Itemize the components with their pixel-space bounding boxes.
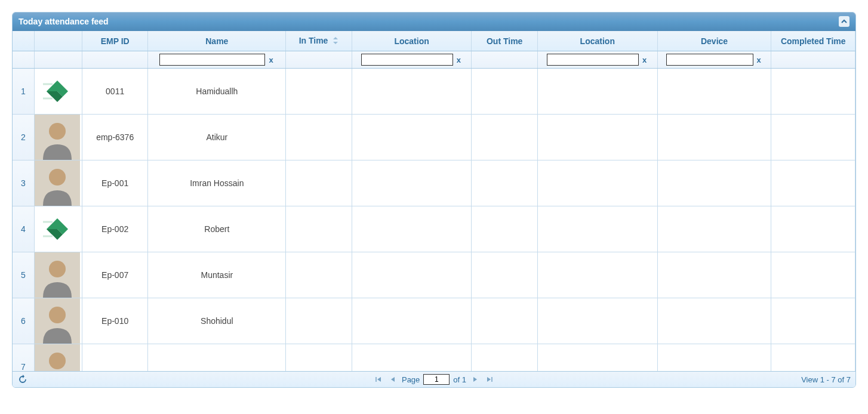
col-emp-id[interactable]: EMP ID xyxy=(82,31,147,51)
sort-icon xyxy=(333,36,338,46)
refresh-icon xyxy=(18,375,27,384)
avatar-cell xyxy=(34,252,82,298)
refresh-button[interactable] xyxy=(17,374,28,385)
col-out-time[interactable]: Out Time xyxy=(472,31,537,51)
completed-time-cell xyxy=(771,115,855,160)
name-cell: Atikur xyxy=(148,115,286,160)
location2-cell xyxy=(537,252,657,298)
table-row[interactable]: 6Ep-010Shohidul xyxy=(13,298,855,344)
grid-scroll-area[interactable]: EMP ID Name In Time Location Out Time Lo… xyxy=(13,31,855,371)
device-cell xyxy=(657,206,771,252)
pager-of-label: of 1 xyxy=(453,375,466,384)
table-row[interactable]: 5Ep-007Muntasir xyxy=(13,252,855,298)
out-time-cell xyxy=(472,206,537,252)
filter-location1-clear[interactable]: x xyxy=(455,55,462,64)
first-page-icon xyxy=(375,376,382,383)
location1-cell xyxy=(352,298,472,344)
avatar-cell xyxy=(34,298,82,344)
filter-name-clear[interactable]: x xyxy=(267,55,274,64)
pager-page-input[interactable] xyxy=(423,374,450,385)
in-time-cell xyxy=(286,298,352,344)
table-row[interactable]: 10011Hamiduallh xyxy=(13,69,855,115)
col-location-out[interactable]: Location xyxy=(537,31,657,51)
filter-row: x x xyxy=(13,51,855,69)
row-number: 1 xyxy=(13,69,34,115)
col-rownum[interactable] xyxy=(13,31,34,51)
filter-location2-input[interactable] xyxy=(547,54,638,66)
col-name[interactable]: Name xyxy=(148,31,286,51)
pager-last-button[interactable] xyxy=(484,374,495,385)
device-cell xyxy=(657,344,771,371)
pager-next-button[interactable] xyxy=(470,374,481,385)
table-row[interactable]: 2emp-6376Atikur xyxy=(13,115,855,160)
avatar-icon xyxy=(35,115,80,160)
filter-device-input[interactable] xyxy=(666,54,753,66)
in-time-cell xyxy=(286,252,352,298)
avatar-cell xyxy=(34,206,82,252)
col-in-time[interactable]: In Time xyxy=(286,31,352,51)
row-number: 4 xyxy=(13,206,34,252)
table-row[interactable]: 4Ep-002Robert xyxy=(13,206,855,252)
in-time-cell xyxy=(286,160,352,206)
svg-point-4 xyxy=(49,123,66,140)
name-cell: Muntasir xyxy=(148,252,286,298)
device-cell xyxy=(657,298,771,344)
filter-device-clear[interactable]: x xyxy=(756,55,762,64)
collapse-button[interactable] xyxy=(839,16,849,27)
col-completed-time[interactable]: Completed Time xyxy=(771,31,855,51)
avatar-cell xyxy=(34,69,82,115)
row-number: 3 xyxy=(13,160,34,206)
device-cell xyxy=(657,115,771,160)
completed-time-cell xyxy=(771,160,855,206)
in-time-cell xyxy=(286,344,352,371)
col-avatar[interactable] xyxy=(34,31,82,51)
svg-point-6 xyxy=(49,169,66,186)
out-time-cell xyxy=(472,160,537,206)
pager-prev-button[interactable] xyxy=(387,374,398,385)
completed-time-cell xyxy=(771,252,855,298)
emp-id-cell xyxy=(82,344,147,371)
prev-page-icon xyxy=(389,376,396,383)
panel-header: Today attendance feed xyxy=(13,13,855,31)
location2-cell xyxy=(537,344,657,371)
filter-location1-input[interactable] xyxy=(361,54,453,66)
next-page-icon xyxy=(472,376,479,383)
col-device[interactable]: Device xyxy=(657,31,771,51)
name-cell: Imran Hossain xyxy=(148,160,286,206)
pager-first-button[interactable] xyxy=(373,374,384,385)
avatar-cell xyxy=(34,115,82,160)
out-time-cell xyxy=(472,115,537,160)
header-row: EMP ID Name In Time Location Out Time Lo… xyxy=(13,31,855,51)
avatar-icon xyxy=(35,298,80,344)
location2-cell xyxy=(537,206,657,252)
avatar-icon xyxy=(35,160,80,206)
filter-name-input[interactable] xyxy=(159,54,266,66)
location1-cell xyxy=(352,252,472,298)
location1-cell xyxy=(352,160,472,206)
attendance-table: EMP ID Name In Time Location Out Time Lo… xyxy=(13,31,855,371)
col-location-in[interactable]: Location xyxy=(352,31,472,51)
emp-id-cell: 0011 xyxy=(82,69,147,115)
device-cell xyxy=(657,252,771,298)
emp-id-cell: Ep-002 xyxy=(82,206,147,252)
svg-point-11 xyxy=(49,261,66,277)
row-number: 2 xyxy=(13,115,34,160)
row-number: 5 xyxy=(13,252,34,298)
name-cell xyxy=(148,344,286,371)
panel-title: Today attendance feed xyxy=(19,17,109,26)
device-cell xyxy=(657,160,771,206)
table-row[interactable]: 7 xyxy=(13,344,855,371)
name-cell: Robert xyxy=(148,206,286,252)
attendance-panel: Today attendance feed EMP ID Name xyxy=(12,12,856,388)
emp-id-cell: emp-6376 xyxy=(82,115,147,160)
location1-cell xyxy=(352,115,472,160)
location1-cell xyxy=(352,69,472,115)
filter-location2-clear[interactable]: x xyxy=(641,55,648,64)
avatar-icon xyxy=(35,252,80,298)
in-time-cell xyxy=(286,115,352,160)
completed-time-cell xyxy=(771,206,855,252)
completed-time-cell xyxy=(771,298,855,344)
in-time-cell xyxy=(286,206,352,252)
table-row[interactable]: 3Ep-001Imran Hossain xyxy=(13,160,855,206)
completed-time-cell xyxy=(771,344,855,371)
